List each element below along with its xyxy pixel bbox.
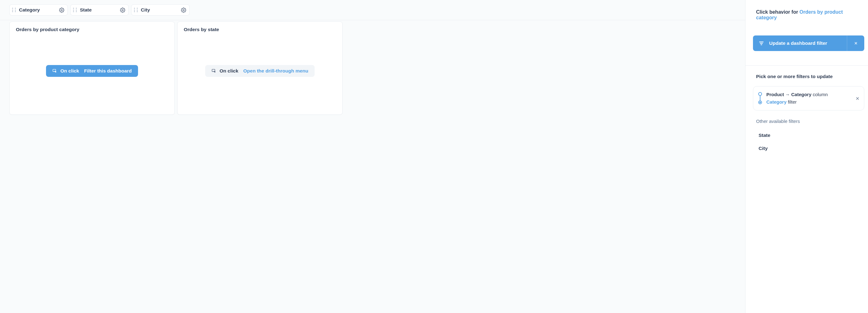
gear-icon[interactable] [181, 7, 186, 13]
svg-rect-6 [760, 43, 763, 44]
card-title: Orders by state [184, 27, 336, 32]
available-filter-city[interactable]: City [756, 142, 858, 155]
sidebar-title: Click behavior for Orders by product cat… [756, 9, 858, 21]
filter-icon [758, 40, 764, 46]
close-icon[interactable] [847, 35, 864, 51]
svg-point-11 [760, 102, 761, 103]
drag-handle-icon[interactable] [134, 8, 138, 12]
cursor-click-icon [52, 68, 57, 74]
click-behavior-sidebar: Click behavior for Orders by product cat… [745, 0, 868, 313]
filter-chip-category[interactable]: Category [9, 4, 68, 16]
card-title: Orders by product category [16, 27, 168, 32]
gear-icon[interactable] [120, 7, 125, 13]
drag-handle-icon[interactable] [73, 8, 77, 12]
svg-rect-7 [761, 45, 762, 45]
remove-mapping-icon[interactable]: ✕ [856, 96, 860, 101]
click-behavior-pill[interactable]: On click Open the drill-through menu [205, 65, 315, 77]
drag-handle-icon[interactable] [12, 8, 16, 12]
on-click-action: Open the drill-through menu [243, 68, 308, 74]
other-filters-heading: Other available filters [756, 118, 858, 124]
svg-point-1 [122, 9, 123, 10]
svg-rect-5 [759, 42, 764, 42]
on-click-label: On click [60, 68, 79, 74]
filter-bar: Category State City [0, 0, 745, 20]
cursor-click-icon [211, 68, 216, 74]
available-filter-state[interactable]: State [756, 129, 858, 142]
filter-chip-city[interactable]: City [131, 4, 190, 16]
column-to-filter-icon [758, 92, 762, 105]
svg-point-2 [183, 9, 184, 10]
filter-chip-label: City [141, 7, 178, 13]
svg-point-0 [61, 9, 62, 10]
filter-chip-state[interactable]: State [70, 4, 129, 16]
filter-mapping-text: Product → Category column Category filte… [766, 91, 828, 106]
selected-behavior-option[interactable]: Update a dashboard filter [753, 35, 864, 51]
filter-chip-label: State [80, 7, 117, 13]
svg-point-8 [758, 92, 762, 95]
filter-chip-label: Category [19, 7, 56, 13]
gear-icon[interactable] [59, 7, 64, 13]
svg-rect-3 [53, 69, 56, 72]
svg-rect-4 [212, 69, 215, 72]
card-orders-by-category[interactable]: Orders by product category On click Filt… [9, 22, 175, 115]
selected-behavior-label: Update a dashboard filter [769, 40, 827, 46]
pick-filters-heading: Pick one or more filters to update [756, 74, 858, 79]
filter-mapping-card[interactable]: Product → Category column Category filte… [753, 86, 864, 110]
dashboard-grid: Orders by product category On click Filt… [0, 20, 745, 124]
on-click-action: Filter this dashboard [84, 68, 132, 74]
card-orders-by-state[interactable]: Orders by state On click Open the drill-… [177, 22, 343, 115]
on-click-label: On click [219, 68, 238, 74]
click-behavior-pill-active[interactable]: On click Filter this dashboard [46, 65, 138, 77]
